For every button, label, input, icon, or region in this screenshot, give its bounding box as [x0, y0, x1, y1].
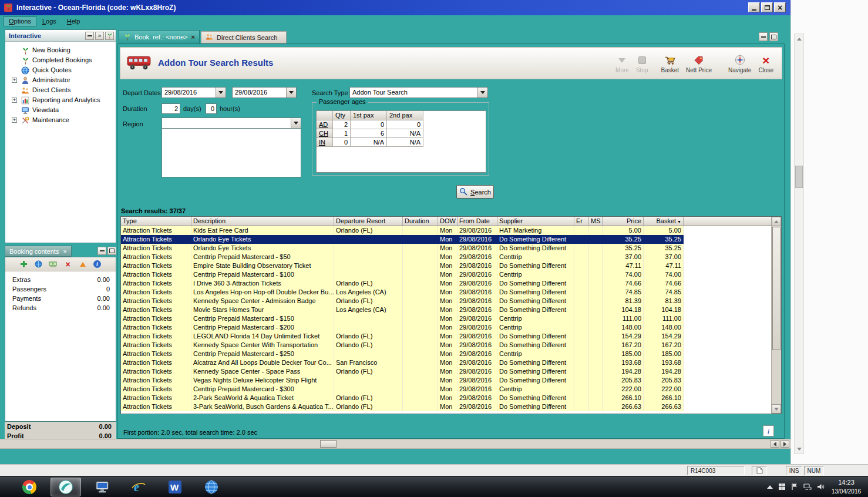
- basket-button[interactable]: Basket: [657, 55, 682, 73]
- depart-date-from-select[interactable]: 29/08/2016: [162, 87, 226, 98]
- child-pax1-cell[interactable]: 6: [351, 129, 387, 138]
- restore-button[interactable]: [761, 2, 773, 12]
- dropdown-button[interactable]: [216, 88, 226, 98]
- column-header-basket[interactable]: Basket: [644, 217, 684, 226]
- column-header-from-date[interactable]: From Date: [457, 217, 497, 226]
- tab-direct-clients-search[interactable]: Direct Clients Search: [201, 31, 287, 43]
- column-header-departure-resort[interactable]: Departure Resort: [334, 217, 403, 226]
- tree-item-direct-clients[interactable]: Direct Clients: [5, 85, 116, 95]
- dropdown-button[interactable]: [477, 88, 487, 98]
- table-row[interactable]: Attraction Tickets Alcatraz And All Loop…: [121, 358, 771, 367]
- expand-plus-icon[interactable]: [12, 98, 17, 103]
- scroll-left-button[interactable]: [771, 440, 779, 448]
- infant-pax2-cell[interactable]: N/A: [387, 138, 423, 147]
- tree-item-new-booking[interactable]: New Booking: [5, 45, 116, 55]
- table-row[interactable]: Attraction Tickets Centtrip Prepaid Mast…: [121, 385, 771, 394]
- table-row[interactable]: Attraction Tickets Los Angeles Hop-on Ho…: [121, 288, 771, 297]
- horizontal-scrollbar[interactable]: [0, 439, 790, 449]
- table-row[interactable]: Attraction Tickets Centtrip Prepaid Mast…: [121, 270, 771, 279]
- column-header-duration[interactable]: Duration: [403, 217, 438, 226]
- tree-item-maintenance[interactable]: Maintenance: [5, 115, 116, 125]
- taskbar-clock[interactable]: 14:23 13/04/2016: [828, 478, 864, 496]
- tray-flag-icon[interactable]: [791, 483, 798, 492]
- infant-row-label[interactable]: IN: [317, 138, 333, 147]
- list-item[interactable]: Payments0.00: [5, 294, 116, 303]
- tree-item-quick-quotes[interactable]: Quick Quotes: [5, 65, 116, 75]
- scrollbar-thumb[interactable]: [772, 227, 780, 350]
- panel-minimize-button[interactable]: [85, 32, 94, 40]
- more-button[interactable]: More: [612, 55, 633, 73]
- adult-pax2-cell[interactable]: 0: [387, 120, 423, 129]
- infant-qty-cell[interactable]: 0: [333, 138, 351, 147]
- payments-button[interactable]: [49, 260, 58, 269]
- table-row[interactable]: Attraction Tickets Centtrip Prepaid Mast…: [121, 350, 771, 358]
- column-header-ms[interactable]: MS: [589, 217, 603, 226]
- table-row[interactable]: Attraction Tickets Centtrip Prepaid Mast…: [121, 314, 771, 323]
- depart-date-to-select[interactable]: 29/08/2016: [232, 87, 297, 98]
- titlebar[interactable]: Interactive - Ocean-Florida (code: wKLxx…: [0, 0, 790, 15]
- table-row[interactable]: Attraction Tickets Movie Stars Homes Tou…: [121, 305, 771, 314]
- expand-plus-icon[interactable]: [12, 117, 17, 123]
- list-item[interactable]: Passengers0: [5, 284, 116, 294]
- region-listbox[interactable]: [162, 128, 301, 177]
- close-tab-icon[interactable]: [191, 33, 195, 41]
- infant-pax1-cell[interactable]: N/A: [351, 138, 387, 147]
- search-button[interactable]: Search: [456, 185, 494, 199]
- info-button[interactable]: [763, 425, 774, 436]
- child-row-label[interactable]: CH: [317, 129, 333, 138]
- delete-button[interactable]: [63, 260, 73, 269]
- column-header-type[interactable]: Type: [121, 217, 191, 226]
- table-row[interactable]: Attraction Tickets Kennedy Space Center …: [121, 297, 771, 305]
- table-row[interactable]: Attraction Tickets I Drive 360 3-Attract…: [121, 279, 771, 288]
- menu-logs[interactable]: Logs: [38, 17, 61, 26]
- tree-item-completed-bookings[interactable]: Completed Bookings: [5, 55, 116, 65]
- web-button[interactable]: [34, 260, 43, 269]
- table-row[interactable]: Attraction Tickets Kids Eat Free Card Or…: [121, 226, 771, 235]
- scrollbar-thumb[interactable]: [795, 166, 803, 188]
- tree-item-viewdata[interactable]: Viewdata: [5, 105, 116, 115]
- tab-booking-ref[interactable]: Book. ref.: <none>: [119, 30, 200, 43]
- close-icon[interactable]: [63, 248, 66, 255]
- table-row[interactable]: Attraction Tickets Centtrip Prepaid Mast…: [121, 323, 771, 332]
- table-row[interactable]: Attraction Tickets Centtrip Prepaid Mast…: [121, 253, 771, 261]
- duration-hours-input[interactable]: [206, 103, 217, 114]
- dropdown-button[interactable]: [286, 88, 296, 98]
- dropdown-button[interactable]: [291, 118, 301, 128]
- move-up-button[interactable]: [78, 260, 88, 269]
- nett-price-button[interactable]: Nett Price: [682, 55, 715, 73]
- close-window-button[interactable]: [774, 2, 786, 12]
- booking-contents-tab[interactable]: Booking contents: [5, 246, 72, 257]
- menu-help[interactable]: Help: [62, 17, 85, 26]
- column-header-price[interactable]: Price: [603, 217, 644, 226]
- list-item[interactable]: Extras0.00: [5, 275, 116, 284]
- tray-network-icon[interactable]: [803, 483, 812, 492]
- taskbar-word-button[interactable]: W: [160, 478, 190, 496]
- taskbar-computer-button[interactable]: [87, 478, 117, 496]
- table-row[interactable]: Attraction Tickets Orlando Eye Tickets M…: [121, 235, 771, 244]
- taskbar-ie-button[interactable]: e: [123, 478, 154, 496]
- table-row[interactable]: Attraction Tickets Kennedy Space Center …: [121, 367, 771, 376]
- expand-plus-icon[interactable]: [12, 78, 17, 83]
- scroll-up-button[interactable]: [795, 34, 803, 43]
- close-page-button[interactable]: Close: [755, 55, 777, 73]
- column-header-er[interactable]: Er: [574, 217, 589, 226]
- tray-window-icon[interactable]: [778, 483, 786, 492]
- child-pax2-cell[interactable]: N/A: [387, 129, 423, 138]
- column-header-description[interactable]: Description: [191, 217, 334, 226]
- taskbar-chrome-button[interactable]: [14, 478, 45, 496]
- table-row[interactable]: Attraction Tickets Vegas Nights Deluxe H…: [121, 376, 771, 385]
- show-hidden-icons-button[interactable]: [767, 485, 773, 489]
- scroll-down-button[interactable]: [795, 444, 803, 454]
- restore-panel-button[interactable]: [769, 32, 778, 41]
- child-qty-cell[interactable]: 1: [333, 129, 351, 138]
- add-button[interactable]: [19, 260, 29, 269]
- column-header-supplier[interactable]: Supplier: [497, 217, 574, 226]
- scroll-right-button[interactable]: [780, 440, 789, 448]
- table-row[interactable]: Attraction Tickets Orlando Eye Tickets M…: [121, 244, 771, 253]
- taskbar-interactive-button[interactable]: [51, 478, 81, 496]
- table-row[interactable]: Attraction Tickets 2-Park SeaWorld & Aqu…: [121, 394, 771, 402]
- scrollbar-thumb[interactable]: [320, 440, 337, 448]
- table-row[interactable]: Attraction Tickets 3-Park SeaWorld, Busc…: [121, 402, 771, 411]
- region-select[interactable]: [162, 117, 301, 129]
- results-table-body[interactable]: Attraction Tickets Kids Eat Free Card Or…: [121, 226, 771, 414]
